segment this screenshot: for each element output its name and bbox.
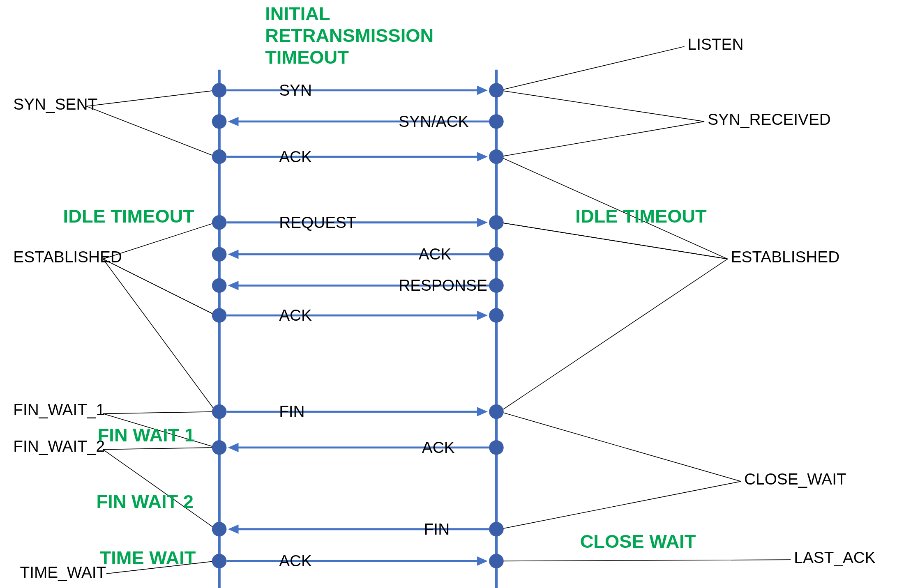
state-fin_wait_2: FIN_WAIT_2 bbox=[13, 437, 105, 455]
dot-left-syn bbox=[212, 83, 227, 98]
arrow-head-ack4 bbox=[228, 443, 239, 452]
title-line-2: RETRANSMISSION bbox=[265, 25, 434, 46]
message-labels: SYNSYN/ACKACKREQUESTACKRESPONSEACKFINACK… bbox=[279, 81, 487, 570]
dot-left-ack1 bbox=[212, 149, 227, 164]
timeout-idle_timeout_l: IDLE TIMEOUT bbox=[63, 206, 195, 227]
dot-left-fin2 bbox=[212, 522, 227, 537]
state-line-syn_received-2 bbox=[500, 122, 704, 157]
state-last_ack: LAST_ACK bbox=[794, 549, 876, 566]
arrow-head-ack3 bbox=[477, 311, 488, 320]
state-line-fin_wait_2-1 bbox=[103, 448, 216, 450]
dot-right-ack4 bbox=[489, 440, 504, 455]
arrow-head-fin2 bbox=[228, 524, 239, 534]
dot-left-ack5 bbox=[212, 554, 227, 569]
message-ack5: ACK bbox=[279, 552, 312, 570]
state-line-fin_wait_2-2 bbox=[103, 450, 216, 529]
state-line-established_l-3 bbox=[103, 259, 216, 315]
message-fin2: FIN bbox=[424, 520, 450, 538]
dot-right-fin1 bbox=[489, 404, 504, 419]
state-listen: LISTEN bbox=[688, 35, 744, 53]
message-response: RESPONSE bbox=[399, 276, 487, 294]
state-close_wait: CLOSE_WAIT bbox=[744, 470, 846, 488]
dot-left-ack3 bbox=[212, 308, 227, 323]
dot-left-fin1 bbox=[212, 404, 227, 419]
dot-left-synack bbox=[212, 114, 227, 129]
title-line-3: TIMEOUT bbox=[265, 47, 349, 68]
arrow-head-ack2 bbox=[228, 250, 239, 259]
message-ack2: ACK bbox=[419, 245, 452, 263]
timeout-idle_timeout_r: IDLE TIMEOUT bbox=[575, 206, 707, 227]
state-line-syn_received-1 bbox=[500, 90, 704, 122]
message-ack3: ACK bbox=[279, 306, 312, 324]
state-fin_wait_1: FIN_WAIT_1 bbox=[13, 401, 105, 418]
dot-right-fin2 bbox=[489, 522, 504, 537]
arrow-head-fin1 bbox=[477, 407, 488, 416]
arrow-head-ack5 bbox=[477, 556, 488, 566]
dot-left-response bbox=[212, 278, 227, 293]
state-line-last_ack-1 bbox=[500, 560, 791, 561]
timeout-close_wait_t: CLOSE WAIT bbox=[580, 531, 696, 552]
state-line-syn_sent-2 bbox=[86, 106, 216, 157]
dot-left-request bbox=[212, 215, 227, 230]
state-line-established_l-4 bbox=[103, 259, 216, 412]
state-line-established_r-3 bbox=[500, 223, 728, 259]
dot-right-synack bbox=[489, 114, 504, 129]
arrow-head-request bbox=[477, 218, 488, 227]
message-fin1: FIN bbox=[279, 402, 305, 420]
arrows bbox=[226, 86, 489, 566]
message-synack: SYN/ACK bbox=[399, 113, 468, 130]
state-line-syn_sent-1 bbox=[86, 90, 216, 106]
dot-right-syn bbox=[489, 83, 504, 98]
arrow-head-synack bbox=[228, 117, 239, 126]
dot-right-response bbox=[489, 278, 504, 293]
title-line-1: INITIAL bbox=[265, 3, 330, 24]
message-ack4: ACK bbox=[422, 439, 455, 456]
message-request: REQUEST bbox=[279, 214, 356, 231]
timeout-fin_wait_2_t: FIN WAIT 2 bbox=[96, 491, 193, 512]
dot-right-request bbox=[489, 215, 504, 230]
state-syn_received: SYN_RECEIVED bbox=[708, 110, 831, 128]
dot-left-ack2 bbox=[212, 247, 227, 262]
timeout-time_wait_t: TIME WAIT bbox=[100, 547, 196, 568]
arrow-head-response bbox=[228, 281, 239, 290]
dot-right-ack3 bbox=[489, 308, 504, 323]
state-line-close_wait-1 bbox=[500, 412, 741, 482]
tcp-sequence-diagram: INITIAL RETRANSMISSION TIMEOUT SYNSYN/AC… bbox=[0, 0, 897, 588]
message-ack1: ACK bbox=[279, 148, 312, 165]
arrow-head-ack1 bbox=[477, 152, 488, 161]
dot-right-ack1 bbox=[489, 149, 504, 164]
state-established_l: ESTABLISHED bbox=[13, 248, 122, 266]
timeout-labels: IDLE TIMEOUTIDLE TIMEOUTFIN WAIT 1FIN WA… bbox=[63, 206, 707, 569]
state-time_wait: TIME_WAIT bbox=[20, 563, 106, 581]
state-syn_sent: SYN_SENT bbox=[13, 95, 97, 113]
dot-right-ack5 bbox=[489, 554, 504, 569]
state-established_r: ESTABLISHED bbox=[731, 248, 839, 266]
timeout-fin_wait_1_t: FIN WAIT 1 bbox=[98, 425, 195, 446]
dot-right-ack2 bbox=[489, 247, 504, 262]
state-line-close_wait-2 bbox=[500, 481, 741, 529]
message-syn: SYN bbox=[279, 81, 312, 99]
state-line-established_r-4 bbox=[500, 259, 728, 412]
state-line-listen-1 bbox=[500, 46, 685, 90]
arrow-head-syn bbox=[477, 86, 488, 95]
state-line-fin_wait_1-1 bbox=[103, 412, 216, 414]
dot-left-ack4 bbox=[212, 440, 227, 455]
